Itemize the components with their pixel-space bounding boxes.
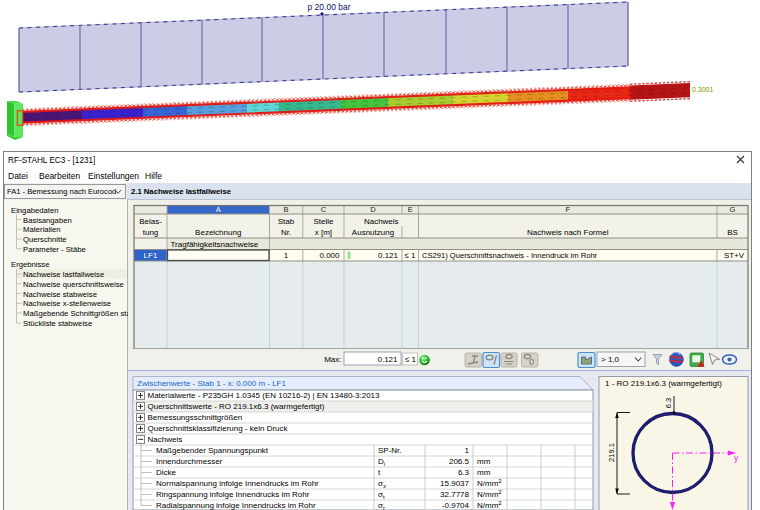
svg-text:Maßgebender Spannungspunkt: Maßgebender Spannungspunkt — [156, 446, 269, 455]
svg-text:SP-Nr.: SP-Nr. — [378, 446, 402, 455]
svg-text:Parameter - Stäbe: Parameter - Stäbe — [23, 245, 86, 254]
svg-text:32.7778: 32.7778 — [440, 490, 469, 499]
svg-text:Nachweise querschnittsweise: Nachweise querschnittsweise — [23, 280, 124, 289]
svg-text:Querschnittswerte - RO 219.1: Querschnittswerte - RO 219.1x6.3 (warmge… — [148, 402, 325, 411]
svg-text:mm: mm — [477, 457, 491, 466]
svg-text:Eingabedaten: Eingabedaten — [11, 206, 58, 215]
svg-text:6.3: 6.3 — [458, 468, 470, 477]
svg-text:Nachweis: Nachweis — [148, 435, 183, 444]
svg-text:Normalspannung infolge Innendr: Normalspannung infolge Innendrucks im Ro… — [156, 479, 319, 488]
svg-text:Materialwerte - P235GH 1.0345: Materialwerte - P235GH 1.0345 (EN 10216-… — [148, 391, 381, 400]
svg-text:15.9037: 15.9037 — [440, 479, 469, 488]
svg-text:Ringspannung infolge Innendruc: Ringspannung infolge Innendrucks im Rohr — [156, 490, 310, 499]
svg-text:Stückliste stabweise: Stückliste stabweise — [23, 319, 92, 328]
svg-text:1 - RO 219.1x6.3 (warmgefertig: 1 - RO 219.1x6.3 (warmgefertigt) — [605, 379, 722, 388]
svg-text:Querschnitte: Querschnitte — [23, 235, 67, 244]
svg-text:1: 1 — [465, 446, 470, 455]
svg-text:Innendurchmesser: Innendurchmesser — [156, 457, 223, 466]
svg-text:Maßgebende Schnittgrößen sta: Maßgebende Schnittgrößen sta — [23, 309, 128, 318]
svg-text:Querschnittsklassifizierung -: Querschnittsklassifizierung - kein Druck — [148, 424, 289, 433]
svg-text:206.5: 206.5 — [449, 457, 470, 466]
svg-text:Nachweise x-stellenweise: Nachweise x-stellenweise — [23, 299, 111, 308]
svg-text:Dicke: Dicke — [156, 468, 177, 477]
svg-text:Materialien: Materialien — [23, 225, 61, 234]
svg-text:6.3: 6.3 — [664, 398, 673, 408]
svg-text:Zwischenwerte - Stab 1 - x: 0.: Zwischenwerte - Stab 1 - x: 0.000 m - LF… — [137, 379, 286, 388]
svg-text:219.1: 219.1 — [607, 443, 616, 462]
svg-text:Bemessungsschnittgrößen: Bemessungsschnittgrößen — [148, 413, 243, 422]
svg-text:p 20.00 bar: p 20.00 bar — [308, 2, 351, 12]
svg-text:0.3001: 0.3001 — [692, 86, 714, 93]
svg-text:mm: mm — [477, 468, 491, 477]
svg-text:Nachweise stabweise: Nachweise stabweise — [23, 290, 97, 299]
svg-text:Nachweise lastfallweise: Nachweise lastfallweise — [23, 270, 104, 279]
svg-text:Basisangaben: Basisangaben — [23, 216, 72, 225]
svg-text:Radialspannung infolge Innendr: Radialspannung infolge Innendrucks im Ro… — [156, 501, 316, 510]
svg-text:Ergebnisse: Ergebnisse — [11, 260, 49, 269]
svg-text:-0.9704: -0.9704 — [442, 501, 470, 510]
